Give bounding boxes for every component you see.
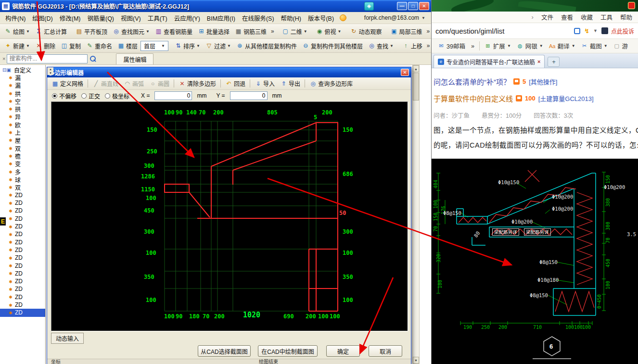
bookmark-item[interactable]: ◍ 网银 ▼ bbox=[514, 40, 546, 51]
tree-item[interactable]: ZD bbox=[0, 199, 45, 207]
menu-item[interactable]: 构件(N) bbox=[2, 13, 29, 24]
chevron-down-icon[interactable]: ▼ bbox=[593, 28, 598, 33]
tree-item[interactable]: ZD bbox=[0, 207, 45, 214]
menu-item[interactable]: 在线服务(S) bbox=[239, 13, 278, 24]
tree-item[interactable]: 空 bbox=[0, 97, 45, 105]
x-input[interactable]: 0 ▲ ▼ bbox=[154, 91, 192, 100]
tab-close-icon[interactable]: × bbox=[537, 59, 540, 64]
scrollbar-thumb[interactable] bbox=[413, 73, 419, 100]
emoji-icon[interactable] bbox=[340, 14, 346, 21]
url-text[interactable]: com/question/giml/list bbox=[435, 27, 504, 35]
tree-item[interactable]: 屋 bbox=[0, 137, 45, 144]
menu-item[interactable]: 修改(M) bbox=[56, 13, 84, 24]
toolbar-button[interactable]: ▤ 平齐板顶 bbox=[73, 26, 110, 37]
browser-menu-item[interactable]: 查看 bbox=[561, 13, 573, 22]
dialog-close-button[interactable]: ✕ bbox=[401, 69, 409, 76]
scroll-up-icon[interactable]: ▲ bbox=[413, 65, 419, 72]
mode-radio[interactable]: 极坐标 bbox=[105, 92, 129, 100]
tree-item[interactable]: ZD bbox=[0, 191, 45, 199]
dialog-toolbar-button[interactable]: ✕ 清除多边形 bbox=[176, 78, 218, 89]
dialog-toolbar-button[interactable]: ◠ 画弧 bbox=[121, 78, 146, 89]
tree-item[interactable]: ZD bbox=[0, 246, 45, 254]
dialog-toolbar-button[interactable]: ⇓ 导入 bbox=[252, 78, 277, 89]
close-button[interactable]: ✕ bbox=[419, 2, 429, 10]
toolbar-button[interactable]: ▦ 楼层 bbox=[115, 40, 140, 51]
dialog-titlebar[interactable]: 多边形编辑器 ✕ bbox=[47, 67, 411, 77]
menu-item[interactable]: 云应用(Y) bbox=[171, 13, 204, 24]
chevron-right-icon[interactable]: › bbox=[532, 13, 534, 21]
menu-item[interactable]: 绘图(D) bbox=[29, 13, 56, 24]
ok-button[interactable]: 确定 bbox=[326, 345, 360, 357]
tree-item[interactable]: 拱 bbox=[0, 105, 45, 113]
draw-section-in-cad-button[interactable]: 在CAD中绘制截面图 bbox=[258, 345, 318, 357]
toolbar-button[interactable]: 首层 ▼ bbox=[140, 41, 168, 51]
toolbar-button[interactable]: ◎ 查找 ▼ bbox=[366, 40, 396, 51]
tree-item[interactable]: ZD bbox=[0, 309, 45, 316]
tree-item[interactable]: ZD bbox=[0, 262, 45, 269]
dialog-toolbar-button[interactable]: ○ 画圆 bbox=[147, 78, 172, 89]
browser-menu-item[interactable]: 帮助 bbox=[620, 13, 632, 22]
tree-item[interactable]: 多 bbox=[0, 168, 45, 176]
tab-properties[interactable]: 属性编辑 bbox=[116, 53, 153, 64]
bookmark-item[interactable]: ✉ 39邮箱 bbox=[435, 40, 468, 51]
toolbar-button[interactable]: » bbox=[269, 26, 276, 36]
polygon-canvas[interactable]: 10090140702008055200 1502503001286115010… bbox=[51, 101, 408, 331]
toolbar-button[interactable]: ◉ 俯视 ▼ bbox=[314, 26, 344, 37]
search-icon[interactable] bbox=[89, 55, 97, 63]
dialog-toolbar-button[interactable] bbox=[305, 79, 305, 88]
tree-item[interactable]: 拱 bbox=[0, 89, 45, 97]
tree-item[interactable]: ZD bbox=[0, 230, 45, 238]
toolbar-button[interactable]: ▥ 查看钢筋量 bbox=[153, 26, 195, 37]
dialog-toolbar-button[interactable] bbox=[250, 79, 250, 88]
dialog-toolbar-button[interactable]: ◎ 查询多边形库 bbox=[307, 78, 355, 89]
dialog-toolbar-button[interactable]: ▦ 定义网格 bbox=[49, 78, 86, 89]
plugin-icon[interactable]: ◈ bbox=[364, 2, 374, 11]
dialog-toolbar-button[interactable] bbox=[220, 79, 221, 88]
tree-item[interactable]: 檐 bbox=[0, 152, 45, 160]
browser-menu-item[interactable]: 工具 bbox=[600, 13, 612, 22]
tree-item[interactable]: 漏 bbox=[0, 74, 45, 81]
tree-item[interactable]: ⊟▣ 自定义 bbox=[0, 66, 45, 74]
toolbar-button[interactable]: ▢ 二维 ▼ bbox=[280, 26, 310, 37]
tree-item[interactable]: ZD bbox=[0, 254, 45, 262]
toolbar-button[interactable]: ↑ 上移 bbox=[400, 40, 425, 51]
toolbar-button[interactable]: ✎ 重命名 bbox=[84, 40, 115, 51]
dialog-toolbar-button[interactable]: ⇑ 导出 bbox=[278, 78, 303, 89]
mode-radio[interactable]: 正交 bbox=[81, 92, 100, 100]
menu-item[interactable]: 钢筋量(Q) bbox=[84, 13, 117, 24]
toolbar-button[interactable]: » bbox=[425, 26, 431, 36]
browser-menu-item[interactable]: 收藏 bbox=[581, 13, 593, 22]
toolbar-button[interactable]: ✎ 绘图 ▼ bbox=[2, 26, 32, 37]
dynamic-input-tab[interactable]: 动态输入 bbox=[51, 333, 84, 344]
menu-item[interactable]: BIM应用(I) bbox=[204, 13, 239, 24]
bookmark-item[interactable]: ✂ 截图 ▼ bbox=[579, 40, 610, 51]
toolbar-button[interactable]: ⇅ 排序 ▼ bbox=[172, 40, 203, 51]
tree-item[interactable]: 漏 bbox=[0, 82, 45, 89]
app-titlebar[interactable]: ▦ 钢筋软件 GGJ2013 - [D:\预结算及抽筋\广联达抽筋\测试-2.G… bbox=[0, 0, 431, 12]
tree-item[interactable]: 欧 bbox=[0, 121, 45, 128]
scroll-down-icon[interactable]: ▼ bbox=[413, 357, 419, 364]
tree-item[interactable]: 变 bbox=[0, 160, 45, 168]
search-input[interactable] bbox=[7, 54, 88, 63]
panel-close-icon[interactable]: × bbox=[1, 56, 7, 62]
toolbar-button[interactable]: ⊖ 复制构件到其他楼层 bbox=[300, 40, 365, 51]
account-widget[interactable]: forpk.chen@163.com ▼ bbox=[364, 14, 429, 21]
toolbar-button[interactable]: ◎ 查找图元 ▼ bbox=[110, 26, 152, 37]
toolbar-button[interactable]: ⊞ 批量选择 bbox=[195, 26, 232, 37]
question-link[interactable]: 于算量软件中的自定义线 bbox=[434, 93, 513, 103]
bookmark-item[interactable] bbox=[479, 41, 480, 50]
toolbar-button[interactable]: ▽ 过滤 ▼ bbox=[203, 40, 233, 51]
speed-mode-icon[interactable]: ↯ bbox=[584, 27, 589, 35]
bookmark-item[interactable]: Aa 翻译 ▼ bbox=[547, 40, 578, 51]
address-bar[interactable]: com/question/giml/list ↯ ▼ 点此投诉 bbox=[432, 23, 638, 39]
tree-item[interactable]: ZD bbox=[0, 215, 45, 223]
tree-item[interactable]: 双 bbox=[0, 144, 45, 152]
mode-radio[interactable]: 不偏移 bbox=[52, 92, 77, 100]
dialog-toolbar-button[interactable]: ↶ 回退 bbox=[223, 78, 248, 89]
tree-item[interactable]: ZD bbox=[0, 270, 45, 277]
dialog-toolbar-button[interactable]: ╱ 画直线 bbox=[90, 78, 121, 89]
menu-item[interactable]: 工具(T) bbox=[144, 13, 171, 24]
new-tab-button[interactable]: + bbox=[548, 57, 560, 67]
tree-item[interactable]: 上 bbox=[0, 128, 45, 136]
tray-red-icon[interactable] bbox=[628, 2, 635, 9]
